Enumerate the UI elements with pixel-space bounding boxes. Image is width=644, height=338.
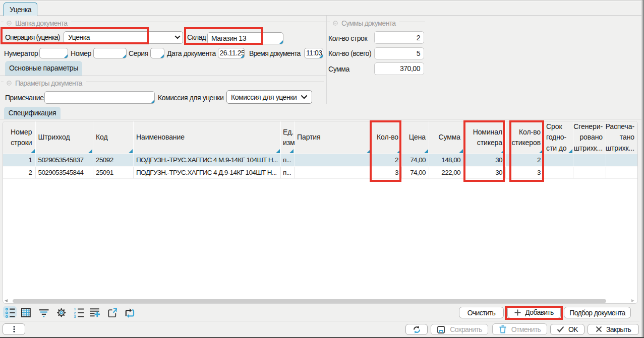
svg-text:3: 3 <box>74 315 76 318</box>
svg-text:2: 2 <box>74 311 76 315</box>
svg-text:1: 1 <box>74 307 76 311</box>
